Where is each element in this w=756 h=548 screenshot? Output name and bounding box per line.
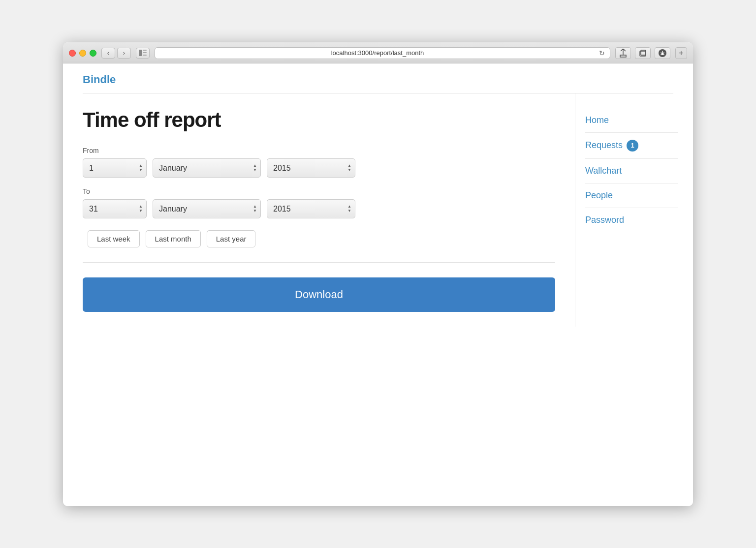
nav-wallchart-label: Wallchart — [585, 166, 622, 176]
minimize-button[interactable] — [79, 50, 86, 57]
last-month-button[interactable]: Last month — [146, 230, 201, 247]
to-section: To 1234 5101520 25282930 31 — [83, 187, 555, 218]
nav-item-password[interactable]: Password — [585, 208, 678, 232]
traffic-lights — [69, 50, 96, 57]
nav-item-requests[interactable]: Requests 1 — [585, 133, 678, 159]
svg-rect-3 — [143, 55, 147, 56]
main-content: Time off report From 1 2345 6789 1015202… — [63, 93, 575, 327]
svg-rect-2 — [143, 52, 147, 53]
requests-badge: 1 — [627, 140, 638, 152]
browser-chrome: ‹ › localhost:3000/report/last_month ↻ — [63, 42, 693, 63]
browser-window: ‹ › localhost:3000/report/last_month ↻ — [63, 42, 693, 506]
nav-item-wallchart[interactable]: Wallchart — [585, 159, 678, 183]
nav-people-label: People — [585, 190, 613, 201]
to-date-row: 1234 5101520 25282930 31 January Februar… — [83, 199, 555, 218]
from-label: From — [83, 147, 555, 154]
from-date-row: 1 2345 6789 10152025 28293031 January — [83, 158, 555, 178]
from-section: From 1 2345 6789 10152025 28293031 — [83, 147, 555, 178]
from-month-wrapper: January FebruaryMarchApril MayJuneJuly A… — [153, 158, 261, 178]
to-year-wrapper: 20132014 2015 20162017 — [267, 199, 355, 218]
page-body: Time off report From 1 2345 6789 1015202… — [63, 93, 693, 327]
close-button[interactable] — [69, 50, 76, 57]
nav-item-home[interactable]: Home — [585, 108, 678, 133]
svg-rect-1 — [143, 50, 147, 51]
sidebar-toggle-button[interactable] — [136, 48, 150, 59]
nav-home-label: Home — [585, 115, 609, 125]
tabs-button[interactable] — [635, 47, 651, 59]
url-text: localhost:3000/report/last_month — [160, 49, 595, 57]
share-button[interactable] — [615, 47, 631, 59]
content-divider — [83, 262, 555, 263]
nav-requests-label: Requests — [585, 140, 623, 151]
quick-buttons: Last week Last month Last year — [83, 230, 555, 247]
to-year-select[interactable]: 20132014 2015 20162017 — [267, 199, 355, 218]
to-month-wrapper: January FebruaryMarchApril MayJuneJuly A… — [153, 199, 261, 218]
last-year-button[interactable]: Last year — [207, 230, 256, 247]
brand-logo[interactable]: Bindle — [83, 73, 673, 86]
reload-button[interactable]: ↻ — [599, 49, 605, 57]
to-month-select[interactable]: January FebruaryMarchApril MayJuneJuly A… — [153, 199, 261, 218]
nav-buttons: ‹ › — [101, 48, 131, 59]
sidebar-nav: Home Requests 1 Wallchart People Passwor… — [575, 93, 693, 327]
back-button[interactable]: ‹ — [101, 48, 115, 59]
download-button[interactable]: Download — [83, 277, 555, 312]
nav-password-label: Password — [585, 215, 624, 225]
page-header: Bindle — [63, 63, 693, 93]
download-icon-button[interactable] — [655, 47, 670, 59]
to-day-select[interactable]: 1234 5101520 25282930 31 — [83, 199, 147, 218]
forward-button[interactable]: › — [117, 48, 131, 59]
new-tab-button[interactable]: + — [675, 47, 687, 59]
page-title: Time off report — [83, 108, 555, 132]
maximize-button[interactable] — [90, 50, 96, 57]
svg-rect-0 — [139, 50, 142, 56]
browser-actions — [615, 47, 670, 59]
from-day-select[interactable]: 1 2345 6789 10152025 28293031 — [83, 158, 147, 178]
from-day-wrapper: 1 2345 6789 10152025 28293031 — [83, 158, 147, 178]
from-year-wrapper: 20132014 2015 20162017 — [267, 158, 355, 178]
from-year-select[interactable]: 20132014 2015 20162017 — [267, 158, 355, 178]
address-bar[interactable]: localhost:3000/report/last_month ↻ — [155, 47, 610, 59]
to-label: To — [83, 187, 555, 195]
last-week-button[interactable]: Last week — [88, 230, 140, 247]
to-day-wrapper: 1234 5101520 25282930 31 — [83, 199, 147, 218]
from-month-select[interactable]: January FebruaryMarchApril MayJuneJuly A… — [153, 158, 261, 178]
nav-item-people[interactable]: People — [585, 183, 678, 208]
page-content: Bindle Time off report From 1 2345 6789 — [63, 63, 693, 506]
